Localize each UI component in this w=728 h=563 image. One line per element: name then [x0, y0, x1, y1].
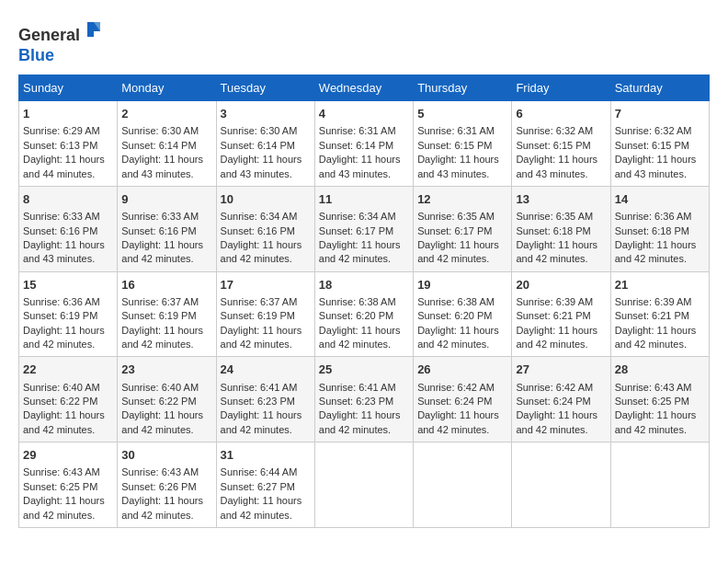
day-number: 9: [121, 191, 211, 208]
day-header-friday: Friday: [512, 75, 610, 101]
calendar-cell: 9Sunrise: 6:33 AMSunset: 6:16 PMDaylight…: [118, 186, 216, 271]
calendar-cell: 30Sunrise: 6:43 AMSunset: 6:26 PMDayligh…: [118, 442, 216, 528]
calendar-cell: 28Sunrise: 6:43 AMSunset: 6:25 PMDayligh…: [610, 357, 709, 442]
calendar-cell: 14Sunrise: 6:36 AMSunset: 6:18 PMDayligh…: [610, 186, 709, 271]
calendar-cell: 10Sunrise: 6:34 AMSunset: 6:16 PMDayligh…: [216, 186, 314, 271]
day-number: 31: [221, 447, 311, 464]
calendar-header-row: SundayMondayTuesdayWednesdayThursdayFrid…: [19, 75, 710, 101]
day-number: 30: [121, 447, 211, 464]
calendar-cell: 24Sunrise: 6:41 AMSunset: 6:23 PMDayligh…: [216, 357, 314, 442]
day-number: 24: [221, 362, 311, 378]
calendar-cell: 17Sunrise: 6:37 AMSunset: 6:19 PMDayligh…: [216, 271, 314, 357]
day-number: 5: [417, 106, 507, 122]
calendar-cell: 4Sunrise: 6:31 AMSunset: 6:14 PMDaylight…: [314, 101, 413, 187]
calendar-cell: [314, 442, 413, 528]
calendar-cell: 5Sunrise: 6:31 AMSunset: 6:15 PMDaylight…: [414, 101, 512, 187]
calendar-cell: [610, 442, 709, 528]
logo-general: General: [18, 26, 80, 44]
calendar-cell: 11Sunrise: 6:34 AMSunset: 6:17 PMDayligh…: [314, 186, 413, 271]
calendar-cell: 21Sunrise: 6:39 AMSunset: 6:21 PMDayligh…: [610, 271, 709, 357]
calendar-cell: 18Sunrise: 6:38 AMSunset: 6:20 PMDayligh…: [314, 271, 413, 357]
day-number: 22: [23, 362, 113, 378]
calendar-cell: 26Sunrise: 6:42 AMSunset: 6:24 PMDayligh…: [414, 357, 512, 442]
calendar-week-2: 15Sunrise: 6:36 AMSunset: 6:19 PMDayligh…: [19, 271, 710, 357]
logo: General Blue: [18, 18, 104, 65]
calendar-cell: 3Sunrise: 6:30 AMSunset: 6:14 PMDaylight…: [216, 101, 314, 187]
day-number: 12: [417, 191, 507, 208]
day-number: 26: [417, 362, 507, 378]
calendar-cell: 23Sunrise: 6:40 AMSunset: 6:22 PMDayligh…: [118, 357, 216, 442]
calendar-cell: 13Sunrise: 6:35 AMSunset: 6:18 PMDayligh…: [512, 186, 610, 271]
day-number: 3: [221, 106, 311, 122]
calendar-cell: 2Sunrise: 6:30 AMSunset: 6:14 PMDaylight…: [118, 101, 216, 187]
day-number: 2: [121, 106, 211, 122]
day-number: 23: [121, 362, 211, 378]
day-header-sunday: Sunday: [19, 75, 118, 101]
day-number: 7: [615, 106, 705, 122]
day-number: 10: [221, 191, 311, 208]
calendar-cell: 15Sunrise: 6:36 AMSunset: 6:19 PMDayligh…: [19, 271, 118, 357]
day-number: 16: [121, 277, 211, 293]
day-number: 6: [516, 106, 606, 122]
day-header-monday: Monday: [118, 75, 216, 101]
calendar-week-3: 22Sunrise: 6:40 AMSunset: 6:22 PMDayligh…: [19, 357, 710, 442]
day-header-thursday: Thursday: [414, 75, 512, 101]
calendar-cell: 31Sunrise: 6:44 AMSunset: 6:27 PMDayligh…: [216, 442, 314, 528]
day-number: 19: [417, 277, 507, 293]
calendar-cell: 19Sunrise: 6:38 AMSunset: 6:20 PMDayligh…: [414, 271, 512, 357]
calendar-cell: 8Sunrise: 6:33 AMSunset: 6:16 PMDaylight…: [19, 186, 118, 271]
calendar-week-1: 8Sunrise: 6:33 AMSunset: 6:16 PMDaylight…: [19, 186, 710, 271]
day-number: 11: [319, 191, 409, 208]
day-number: 28: [615, 362, 705, 378]
logo-text: General Blue: [18, 18, 104, 65]
calendar-cell: 29Sunrise: 6:43 AMSunset: 6:25 PMDayligh…: [19, 442, 118, 528]
day-header-saturday: Saturday: [610, 75, 709, 101]
calendar-week-4: 29Sunrise: 6:43 AMSunset: 6:25 PMDayligh…: [19, 442, 710, 528]
day-number: 4: [319, 106, 409, 122]
calendar-cell: 27Sunrise: 6:42 AMSunset: 6:24 PMDayligh…: [512, 357, 610, 442]
calendar-cell: [512, 442, 610, 528]
day-number: 8: [23, 191, 113, 208]
calendar-week-0: 1Sunrise: 6:29 AMSunset: 6:13 PMDaylight…: [19, 101, 710, 187]
day-number: 13: [516, 191, 606, 208]
calendar-table: SundayMondayTuesdayWednesdayThursdayFrid…: [18, 75, 710, 528]
day-header-tuesday: Tuesday: [216, 75, 314, 101]
calendar-cell: [414, 442, 512, 528]
day-number: 21: [615, 277, 705, 293]
calendar-cell: 1Sunrise: 6:29 AMSunset: 6:13 PMDaylight…: [19, 101, 118, 187]
calendar-cell: 16Sunrise: 6:37 AMSunset: 6:19 PMDayligh…: [118, 271, 216, 357]
logo-icon: [82, 18, 104, 40]
day-number: 14: [615, 191, 705, 208]
day-header-wednesday: Wednesday: [314, 75, 413, 101]
day-number: 29: [23, 447, 113, 464]
calendar-cell: 7Sunrise: 6:32 AMSunset: 6:15 PMDaylight…: [610, 101, 709, 187]
day-number: 25: [319, 362, 409, 378]
calendar-cell: 22Sunrise: 6:40 AMSunset: 6:22 PMDayligh…: [19, 357, 118, 442]
day-number: 15: [23, 277, 113, 293]
day-number: 17: [221, 277, 311, 293]
logo-blue: Blue: [18, 46, 54, 64]
day-number: 18: [319, 277, 409, 293]
day-number: 1: [23, 106, 113, 122]
calendar-cell: 12Sunrise: 6:35 AMSunset: 6:17 PMDayligh…: [414, 186, 512, 271]
calendar-cell: 25Sunrise: 6:41 AMSunset: 6:23 PMDayligh…: [314, 357, 413, 442]
calendar-cell: 20Sunrise: 6:39 AMSunset: 6:21 PMDayligh…: [512, 271, 610, 357]
day-number: 20: [516, 277, 606, 293]
calendar-cell: 6Sunrise: 6:32 AMSunset: 6:15 PMDaylight…: [512, 101, 610, 187]
page-header: General Blue: [18, 18, 710, 65]
day-number: 27: [516, 362, 606, 378]
